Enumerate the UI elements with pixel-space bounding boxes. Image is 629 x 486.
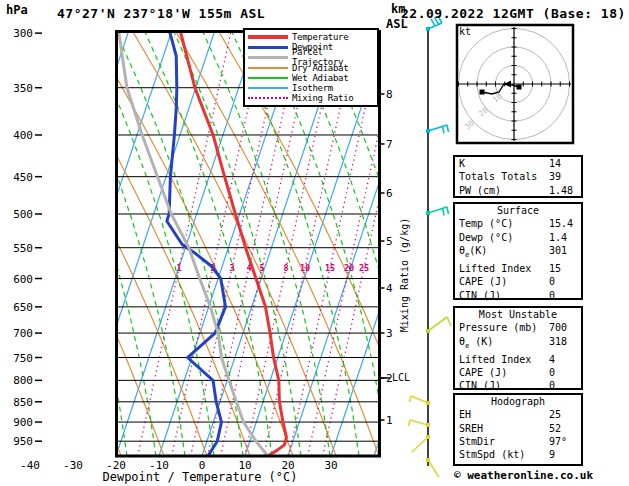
indices-box: K14Totals Totals39PW (cm)1.48 bbox=[453, 155, 583, 198]
stat-row: K14 bbox=[455, 157, 581, 170]
stat-label: θe(K) bbox=[459, 245, 487, 256]
stat-value: 25 bbox=[549, 408, 561, 421]
stat-value: 0 bbox=[549, 366, 555, 379]
stat-value: 15.4 bbox=[549, 217, 573, 230]
wind-barb bbox=[428, 317, 447, 331]
legend-swatch-thin bbox=[248, 77, 288, 79]
stat-row: SREH52 bbox=[455, 422, 581, 435]
hodograph-trace-marker bbox=[480, 90, 485, 95]
hodograph-unit-label: kt bbox=[459, 26, 471, 37]
stat-value: 4 bbox=[549, 353, 555, 366]
stat-section-header: Most Unstable bbox=[455, 308, 581, 321]
pressure-tick-label: 700 bbox=[13, 327, 33, 340]
wind-barb bbox=[428, 460, 439, 477]
stat-row: Lifted Index15 bbox=[455, 262, 581, 275]
wind-barb bbox=[428, 125, 447, 131]
mixing-ratio-value-labels: 12345810152025 bbox=[176, 263, 369, 273]
legend-item-label: Wet Adiabat bbox=[292, 73, 348, 83]
dry-adiabat-line bbox=[48, 33, 250, 456]
mixing-ratio-value-label: 15 bbox=[325, 263, 335, 273]
mixing-ratio-axis-label: Mixing Ratio (g/kg) bbox=[399, 218, 410, 332]
stat-value: 318 bbox=[549, 335, 567, 348]
stat-section-header: Surface bbox=[455, 204, 581, 217]
stat-value: 39 bbox=[549, 170, 561, 183]
legend-swatch-thick bbox=[248, 35, 288, 39]
pressure-tick-label: 500 bbox=[13, 208, 33, 221]
most-unstable-box: Most UnstablePressure (mb)700θe (K)318Li… bbox=[453, 306, 583, 390]
stat-row: CIN (J)0 bbox=[455, 289, 581, 302]
stat-row: StmDir97° bbox=[455, 435, 581, 448]
legend-swatch-thick bbox=[248, 56, 288, 60]
stat-value: 9 bbox=[549, 448, 555, 461]
hodograph-inset: 102030 bbox=[457, 25, 573, 143]
stat-label: Dewp (°C) bbox=[459, 232, 513, 243]
mixing-ratio-value-label: 20 bbox=[344, 263, 354, 273]
wind-barb bbox=[443, 126, 445, 133]
stat-label: EH bbox=[459, 409, 471, 420]
stat-value: 15 bbox=[549, 262, 561, 275]
stat-row: CIN (J)0 bbox=[455, 379, 581, 392]
wind-barb bbox=[409, 420, 411, 426]
series-dewpoint bbox=[167, 33, 226, 456]
stat-value: 0 bbox=[549, 379, 555, 392]
pressure-unit-label: hPa bbox=[6, 3, 28, 17]
pressure-tick-label: 600 bbox=[13, 273, 33, 286]
stat-value: 0 bbox=[549, 289, 555, 302]
stat-label: PW (cm) bbox=[459, 185, 501, 196]
km-tick-label: 5 bbox=[386, 235, 393, 248]
km-tick-label: 8 bbox=[386, 88, 393, 101]
stat-label: θe (K) bbox=[459, 336, 493, 347]
isotherm-line bbox=[30, 33, 171, 456]
wind-barb bbox=[428, 207, 447, 213]
isotherm-line bbox=[73, 33, 214, 456]
stat-label: Pressure (mb) bbox=[459, 322, 537, 333]
pressure-tick-label: 800 bbox=[13, 374, 33, 387]
hodograph-stats-box: HodographEH25SREH52StmDir97°StmSpd (kt)9 bbox=[453, 393, 583, 466]
pressure-tick-label: 850 bbox=[13, 396, 33, 409]
stat-value: 1.4 bbox=[549, 231, 567, 244]
km-tick-label: 1 bbox=[386, 414, 393, 427]
legend-item: Wet Adiabat bbox=[245, 73, 377, 83]
wind-barb bbox=[447, 207, 449, 214]
stat-label: SREH bbox=[459, 423, 483, 434]
legend-box: TemperatureDewpointParcel TrajectoryDry … bbox=[243, 28, 379, 107]
stat-value: 1.48 bbox=[549, 184, 573, 197]
stat-row: θe(K)301 bbox=[455, 244, 581, 262]
wind-barb bbox=[410, 396, 412, 402]
wind-barb bbox=[443, 208, 445, 215]
stat-label: CAPE (J) bbox=[459, 276, 507, 287]
pressure-tick-label: 650 bbox=[13, 301, 33, 314]
wind-barb bbox=[412, 437, 428, 452]
legend-swatch-thick bbox=[248, 46, 288, 50]
stat-label: Lifted Index bbox=[459, 354, 531, 365]
legend-item: Parcel Trajectory bbox=[245, 52, 377, 62]
temp-tick-label: -40 bbox=[20, 459, 40, 472]
stat-label: StmSpd (kt) bbox=[459, 449, 525, 460]
stat-label: K bbox=[459, 158, 465, 169]
legend-item-label: Isotherm bbox=[292, 83, 333, 93]
temp-tick-label: 30 bbox=[324, 459, 337, 472]
stat-value: 301 bbox=[549, 244, 567, 257]
wind-barb bbox=[428, 23, 442, 29]
wet-adiabat-line bbox=[58, 33, 185, 456]
hodograph-trace-marker bbox=[517, 85, 522, 90]
stat-label: CIN (J) bbox=[459, 290, 501, 301]
km-tick-label: 6 bbox=[386, 187, 393, 200]
pressure-tick-label: 450 bbox=[13, 171, 33, 184]
stat-row: Totals Totals39 bbox=[455, 170, 581, 183]
pressure-tick-label: 350 bbox=[13, 82, 33, 95]
wet-adiabat-line bbox=[87, 33, 214, 456]
wind-barb bbox=[410, 420, 428, 425]
mixing-ratio-value-label: 3 bbox=[229, 263, 234, 273]
stat-row: EH25 bbox=[455, 408, 581, 421]
mixing-ratio-value-label: 5 bbox=[259, 263, 264, 273]
wind-barb bbox=[447, 317, 451, 326]
pressure-tick-label: 750 bbox=[13, 352, 33, 365]
legend-swatch-dotted bbox=[248, 97, 288, 99]
stat-row: StmSpd (kt)9 bbox=[455, 448, 581, 461]
stat-row: Pressure (mb)700 bbox=[455, 321, 581, 334]
stat-label: StmDir bbox=[459, 436, 495, 447]
legend-item: Mixing Ratio bbox=[245, 93, 377, 103]
x-axis-label: Dewpoint / Temperature (°C) bbox=[100, 470, 300, 484]
legend-swatch-thin bbox=[248, 67, 288, 69]
